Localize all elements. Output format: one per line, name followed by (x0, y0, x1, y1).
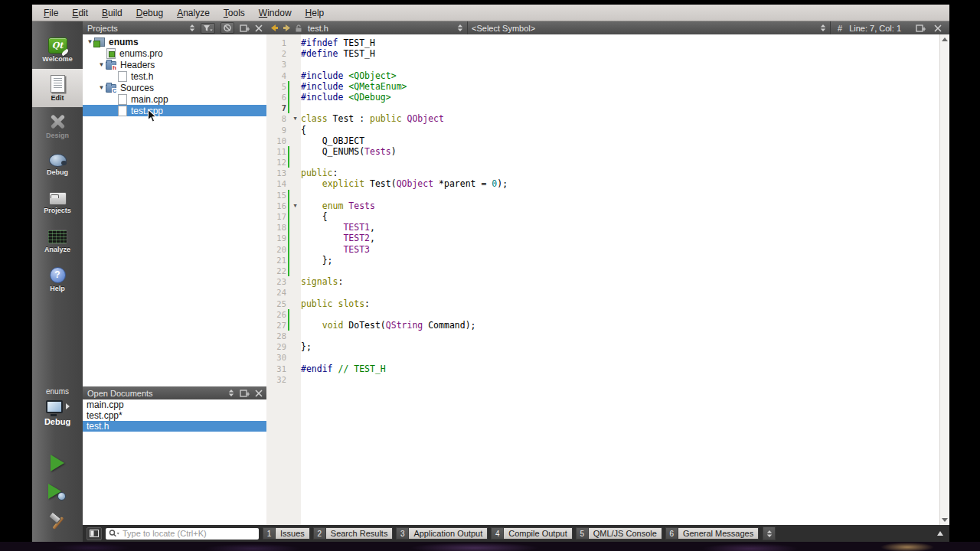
fold-marker-icon[interactable]: ▼ (289, 113, 301, 124)
mouse-cursor (147, 109, 158, 124)
line-col-indicator: Line: 7, Col: 1 (849, 24, 901, 33)
mode-debug[interactable]: Debug (32, 145, 83, 184)
pane-number-badge: 3 (396, 527, 408, 540)
output-pane-button-search-results[interactable]: 2Search Results (313, 527, 394, 540)
locator[interactable] (106, 528, 259, 540)
target-project-name: enums (46, 387, 69, 396)
code-line: 15 (266, 190, 940, 201)
combo-arrows-icon[interactable] (228, 389, 234, 397)
menu-item-file[interactable]: File (37, 6, 65, 20)
back-icon[interactable] (270, 24, 279, 32)
split-icon[interactable] (240, 24, 250, 32)
symbol-count-icon[interactable]: # (838, 24, 842, 33)
menu-item-window[interactable]: Window (252, 6, 299, 20)
output-pane-button-qml-js-console[interactable]: 5QML/JS Console (576, 527, 662, 540)
line-number: 26 (266, 309, 286, 320)
debug-play-icon[interactable] (48, 484, 67, 500)
line-number: 1 (266, 37, 286, 48)
scroll-down-icon[interactable] (942, 518, 948, 522)
fold-spacer (289, 233, 301, 243)
code-lines: 1#ifndef TEST_H2#define TEST_H34#include… (266, 34, 940, 385)
tree-row-Sources[interactable]: ▼Sources (83, 82, 266, 93)
code-line: 1#ifndef TEST_H (266, 37, 940, 48)
menu-item-tools[interactable]: Tools (217, 6, 252, 20)
expander-icon[interactable]: ▼ (97, 61, 106, 68)
line-number: 7 (266, 103, 286, 113)
forward-icon[interactable] (283, 24, 291, 32)
scroll-up-icon[interactable] (942, 37, 948, 41)
open-doc-test-h[interactable]: test.h (83, 421, 266, 432)
menu-item-analyze[interactable]: Analyze (170, 6, 217, 20)
combo-arrows-icon[interactable] (457, 24, 463, 32)
sidebar-toggle-icon[interactable] (87, 527, 102, 540)
split-icon[interactable] (916, 24, 926, 32)
open-doc-main-cpp[interactable]: main.cpp (83, 399, 266, 410)
editor-toolbar: test.h <Select Symbol> # Line: 7, Col: 1 (266, 21, 949, 35)
output-pane-button-general-messages[interactable]: 6General Messages (665, 527, 759, 540)
close-icon[interactable] (255, 390, 263, 397)
code-text: { (301, 211, 328, 222)
build-hammer-icon[interactable] (47, 513, 67, 531)
close-icon[interactable] (934, 24, 942, 32)
qt-creator-window: FileEditBuildDebugAnalyzeToolsWindowHelp… (32, 5, 949, 542)
expander-icon[interactable]: ▼ (97, 84, 106, 91)
tree-row-test-h[interactable]: test.h (83, 70, 266, 82)
locator-input[interactable] (121, 528, 256, 539)
combo-arrows-icon[interactable] (189, 24, 195, 32)
menu-item-debug[interactable]: Debug (129, 6, 170, 20)
menu-item-help[interactable]: Help (299, 6, 332, 20)
tree-row-enums[interactable]: ▼enums (83, 36, 266, 47)
open-documents-title[interactable]: Open Documents (87, 389, 223, 398)
menu-item-edit[interactable]: Edit (65, 6, 95, 20)
code-line: 12 (266, 157, 940, 168)
fold-marker-icon[interactable]: ▼ (289, 201, 301, 211)
symbol-selector[interactable]: <Select Symbol> (467, 21, 830, 34)
line-number: 15 (266, 190, 286, 201)
maximize-output-pane-icon[interactable] (937, 531, 943, 536)
line-number: 32 (266, 374, 286, 385)
code-line: 7 (266, 103, 940, 113)
fold-spacer (289, 211, 301, 222)
projects-panel-title[interactable]: Projects (87, 24, 184, 33)
line-number: 2 (266, 48, 286, 59)
mode-edit[interactable]: Edit (32, 69, 83, 107)
fold-spacer (289, 125, 301, 135)
output-pane-button-compile-output[interactable]: 4Compile Output (491, 527, 572, 540)
code-text: class Test : public QObject (301, 113, 444, 124)
mode-welcome[interactable]: QtWelcome (32, 31, 83, 69)
projects-folder-icon (49, 192, 67, 205)
editor-scrollbar[interactable] (939, 34, 949, 525)
code-editor[interactable]: 1#ifndef TEST_H2#define TEST_H34#include… (266, 34, 940, 525)
mode-analyze[interactable]: Analyze (32, 222, 83, 260)
cursor-position-section: # Line: 7, Col: 1 (830, 21, 908, 34)
split-icon[interactable] (240, 390, 250, 397)
run-play-icon[interactable] (51, 455, 64, 471)
combo-arrows-icon[interactable] (820, 24, 826, 32)
output-pane-button-issues[interactable]: 1Issues (263, 527, 310, 540)
mode-projects[interactable]: Projects (32, 184, 83, 222)
target-selector[interactable]: enums Debug (32, 387, 83, 426)
code-line: 29}; (266, 341, 940, 352)
magnifier-icon[interactable] (109, 530, 119, 538)
code-line: 17 { (266, 211, 940, 222)
code-line: 9{ (266, 125, 940, 135)
mode-label-help: Help (50, 285, 65, 292)
sync-icon[interactable] (220, 22, 234, 34)
fold-spacer (289, 331, 301, 341)
output-pane-button-application-output[interactable]: 3Application Output (396, 527, 488, 540)
mode-help[interactable]: ?Help (32, 260, 83, 298)
mode-design[interactable]: Design (32, 107, 83, 145)
tree-row-enums-pro[interactable]: enums.pro (83, 47, 266, 59)
menu-item-build[interactable]: Build (95, 6, 129, 20)
code-line: 21 }; (266, 255, 940, 266)
code-line: 27 void DoTest(QString Command); (266, 320, 940, 331)
close-icon[interactable] (255, 24, 263, 32)
tree-row-Headers[interactable]: ▼Headers (83, 59, 266, 70)
document-selector[interactable]: test.h (266, 21, 467, 34)
fold-spacer (289, 190, 301, 201)
tree-row-test-cpp[interactable]: test.cpp (83, 105, 266, 116)
output-pane-combo-icon[interactable] (763, 527, 776, 540)
filter-icon[interactable] (201, 23, 215, 34)
open-doc-test-cpp-[interactable]: test.cpp* (83, 410, 266, 421)
tree-row-main-cpp[interactable]: main.cpp (83, 93, 266, 105)
